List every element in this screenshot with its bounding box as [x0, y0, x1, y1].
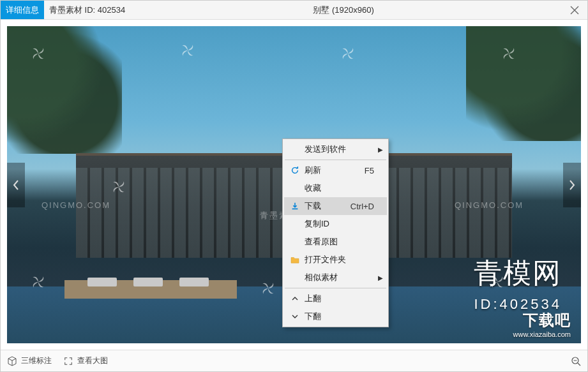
watermark-text: QINGMO.COM [455, 200, 524, 210]
view-large-button[interactable]: 查看大图 [63, 355, 108, 366]
pinwheel-icon [501, 45, 517, 62]
menu-copy-id[interactable]: 复制ID [284, 215, 387, 233]
menu-open-folder[interactable]: 打开文件夹 [284, 251, 387, 269]
scene-lounger [133, 278, 163, 286]
menu-download[interactable]: 下载 Ctrl+D [284, 197, 387, 215]
next-button[interactable] [563, 163, 581, 207]
pinwheel-icon [179, 42, 196, 59]
pinwheel-icon [260, 280, 276, 297]
menu-similar[interactable]: 相似素材 ▶ [284, 269, 387, 286]
chevron-right-icon [568, 179, 576, 191]
folder-icon [288, 256, 302, 264]
menu-view-original[interactable]: 查看原图 [284, 233, 387, 251]
pinwheel-icon [110, 179, 127, 195]
content-area: QINGMO.COM 青墨素材 QINGMO.COM 青模网 ID:402534… [1, 20, 587, 350]
menu-page-down[interactable]: 下翻 [284, 308, 387, 325]
submenu-arrow-icon: ▶ [378, 146, 383, 153]
caret-up-icon [288, 295, 302, 302]
3d-annotate-button[interactable]: 三维标注 [7, 355, 52, 366]
menu-separator [285, 288, 386, 288]
menu-send-to[interactable]: 发送到软件 ▶ [284, 140, 387, 158]
pinwheel-icon [340, 45, 356, 62]
scene-lounger [87, 278, 117, 286]
prev-button[interactable] [7, 163, 25, 207]
close-button[interactable] [562, 1, 587, 19]
chevron-left-icon [12, 179, 20, 191]
brand-logo: 青模网 [474, 255, 562, 292]
menu-page-up[interactable]: 上翻 [284, 290, 387, 308]
submenu-arrow-icon: ▶ [378, 274, 383, 281]
scene-tree [7, 26, 122, 154]
menu-refresh[interactable]: 刷新 F5 [284, 161, 387, 179]
fullscreen-icon [63, 356, 73, 366]
pinwheel-icon [489, 274, 506, 290]
asset-id-label: 青墨素材 ID: 402534 [49, 4, 125, 16]
cube-icon [7, 356, 17, 366]
context-menu: 发送到软件 ▶ 刷新 F5 收藏 下载 Ctrl+D 复制ID [282, 138, 389, 327]
scene-lounger [179, 278, 209, 286]
bottom-toolbar: 三维标注 查看大图 [1, 350, 587, 371]
download-watermark: 下载吧 www.xiazaiba.com [513, 310, 571, 338]
download-icon [288, 202, 302, 211]
menu-favorite[interactable]: 收藏 [284, 179, 387, 197]
caret-down-icon [288, 313, 302, 320]
close-icon [570, 6, 579, 15]
pinwheel-icon [30, 274, 47, 290]
titlebar: 详细信息 青墨素材 ID: 402534 别墅 (1920x960) [1, 1, 587, 20]
watermark-text: QINGMO.COM [41, 200, 110, 210]
scene-tree [466, 26, 581, 141]
window: 详细信息 青墨素材 ID: 402534 别墅 (1920x960) QINGM… [0, 0, 588, 372]
window-title: 别墅 (1920x960) [125, 4, 562, 16]
menu-separator [285, 160, 386, 160]
zoom-out-button[interactable] [571, 356, 581, 366]
zoom-out-icon [571, 356, 581, 366]
titlebar-badge: 详细信息 [1, 1, 44, 19]
pinwheel-icon [30, 45, 47, 62]
refresh-icon [288, 166, 302, 175]
